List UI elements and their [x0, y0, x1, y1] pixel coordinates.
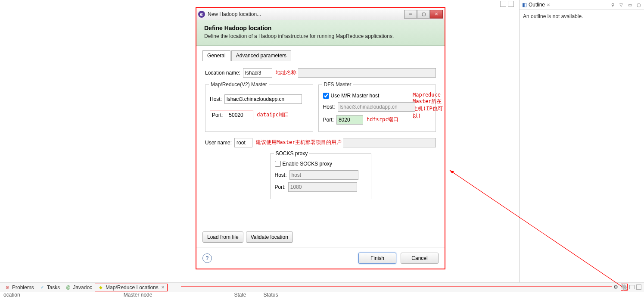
minimize-pane-icon[interactable]: [500, 1, 506, 7]
socks-group: SOCKS proxy Enable SOCKS proxy Host: Por…: [270, 153, 371, 199]
help-icon[interactable]: ?: [202, 253, 212, 263]
dialog-tabs: General Advanced parameters: [202, 50, 439, 61]
locations-table-header: ocation Master node State Status: [0, 292, 644, 297]
view-tab-tasks[interactable]: ✓ Tasks: [37, 284, 63, 291]
javadoc-icon: @: [65, 284, 71, 291]
view-menu-icon[interactable]: ▽: [618, 2, 624, 8]
validate-location-button[interactable]: Validate location: [246, 231, 293, 243]
dialog-titlebar: ◐ New Hadoop location... ━ ▢ ✕: [196, 8, 445, 20]
dialog-window-title: New Hadoop location...: [208, 11, 261, 17]
dfs-host-input: [338, 102, 415, 112]
use-mr-host-checkbox[interactable]: [323, 93, 329, 99]
problems-icon: ⊘: [4, 284, 10, 291]
elephant-icon: 🐘: [621, 284, 628, 291]
mr-port-label: Port:: [212, 112, 223, 118]
new-hadoop-location-icon[interactable]: 🐘: [621, 284, 628, 291]
outline-icon: ◧: [522, 2, 527, 8]
annotation-user-hint: 建议使用Master主机部署项目的用户: [256, 139, 342, 146]
tasks-icon: ✓: [39, 284, 45, 291]
dialog-header-desc: Define the location of a Hadoop infrastr…: [204, 33, 437, 40]
outline-view: ◧ Outline ✕ ⚲ ▽ ▭ ▢ An outline is not av…: [519, 0, 644, 284]
user-name-label: User name:: [205, 140, 232, 146]
window-minimize-button[interactable]: ━: [404, 10, 417, 19]
col-status: Status: [263, 292, 278, 297]
cancel-button[interactable]: Cancel: [401, 253, 439, 264]
maximize-view-icon[interactable]: [636, 284, 641, 290]
filter-icon[interactable]: ⚲: [610, 2, 616, 8]
load-from-file-button[interactable]: Load from file: [202, 231, 243, 243]
window-close-button[interactable]: ✕: [430, 10, 443, 19]
view-tab-label: Javadoc: [73, 284, 92, 291]
finish-button[interactable]: Finish: [358, 253, 396, 264]
dialog-header-title: Define Hadoop location: [204, 25, 437, 31]
close-icon[interactable]: ✕: [547, 3, 550, 7]
mr-host-label: Host:: [210, 96, 222, 102]
location-name-input[interactable]: [243, 68, 272, 78]
user-name-tail: [343, 138, 436, 147]
dfs-port-label: Port:: [323, 117, 334, 123]
gear-icon[interactable]: ⚙: [612, 284, 619, 291]
location-name-tail: [298, 68, 436, 78]
dfs-host-label: Host:: [323, 104, 335, 110]
minimize-icon[interactable]: ▭: [627, 2, 633, 8]
maximize-pane-icon[interactable]: [508, 1, 514, 7]
dialog-header: Define Hadoop location Define the locati…: [196, 20, 445, 46]
socks-enable-checkbox[interactable]: [275, 161, 281, 167]
view-tab-label: Map/Reduce Locations: [106, 284, 159, 291]
socks-host-label: Host:: [275, 172, 287, 178]
bottom-views-bar: ⊘ Problems ✓ Tasks @ Javadoc ◆ Map/Reduc…: [0, 282, 644, 292]
tab-general[interactable]: General: [202, 50, 230, 61]
mr-master-group: Map/Reduce(V2) Master Host: Port: dataip…: [205, 84, 313, 132]
outline-title: Outline: [529, 2, 545, 8]
socks-legend: SOCKS proxy: [274, 150, 310, 156]
mapreduce-icon: ◆: [98, 284, 104, 291]
view-tab-javadoc[interactable]: @ Javadoc: [62, 284, 95, 291]
col-state: State: [234, 292, 246, 297]
window-maximize-button[interactable]: ▢: [417, 10, 430, 19]
annotation-data-ipc: dataipc端口: [257, 111, 289, 119]
annotation-addr-name: 地址名称: [276, 69, 296, 76]
dfs-master-legend: DFS Master: [322, 81, 353, 88]
hadoop-location-dialog: ◐ New Hadoop location... ━ ▢ ✕ Define Ha…: [196, 7, 445, 269]
socks-port-label: Port:: [275, 184, 286, 190]
view-tab-problems[interactable]: ⊘ Problems: [2, 284, 37, 291]
view-tab-label: Problems: [12, 284, 34, 291]
eclipse-icon: ◐: [198, 11, 205, 18]
mr-port-input[interactable]: [227, 110, 251, 120]
outline-message: An outline is not available.: [520, 10, 644, 23]
socks-enable-label: Enable SOCKS proxy: [283, 161, 332, 167]
mr-host-input[interactable]: [224, 94, 302, 104]
dfs-port-input[interactable]: [336, 115, 363, 125]
maximize-icon[interactable]: ▢: [635, 2, 641, 8]
view-tab-label: Tasks: [47, 284, 60, 291]
dfs-master-group: DFS Master Use M/R Master host Host: Por…: [318, 84, 436, 132]
annotation-hdfs-rpc: hdfsrpc端口: [367, 116, 399, 123]
user-name-input[interactable]: [234, 138, 252, 147]
use-mr-host-label: Use M/R Master host: [331, 93, 380, 99]
socks-host-input: [289, 170, 358, 180]
location-name-label: Location name:: [205, 70, 240, 76]
view-tab-mapreduce[interactable]: ◆ Map/Reduce Locations ✕: [95, 284, 168, 291]
minimize-view-icon[interactable]: [629, 285, 635, 289]
col-master-node: Master node: [124, 292, 152, 297]
close-icon[interactable]: ✕: [161, 285, 165, 290]
col-location: ocation: [3, 292, 20, 297]
mr-master-legend: Map/Reduce(V2) Master: [209, 81, 269, 88]
tab-advanced[interactable]: Advanced parameters: [231, 50, 291, 61]
socks-port-input: [288, 182, 357, 192]
